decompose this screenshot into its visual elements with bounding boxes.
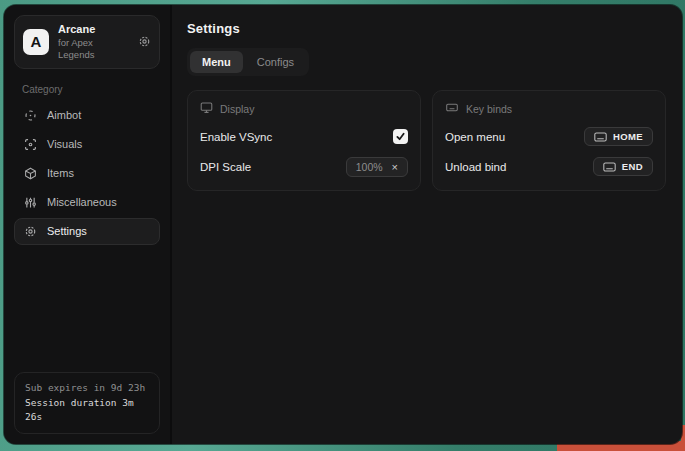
package-icon	[23, 167, 37, 180]
keybinds-card-header: Key binds	[445, 101, 653, 116]
keyboard-icon	[445, 101, 459, 116]
dpi-row: DPI Scale 100% ×	[200, 157, 408, 177]
dpi-value: 100%	[356, 161, 383, 173]
keybind-value: HOME	[613, 131, 643, 142]
keybinds-card-title: Key binds	[466, 103, 512, 115]
vsync-row: Enable VSync	[200, 127, 408, 146]
tab-configs[interactable]: Configs	[245, 51, 306, 73]
app-brand-text: Arcane for Apex Legends	[58, 23, 129, 61]
keyboard-icon	[594, 132, 607, 142]
checkmark-icon	[396, 132, 405, 141]
tab-menu[interactable]: Menu	[190, 51, 243, 73]
sliders-icon	[23, 196, 37, 209]
app-subtitle: for Apex Legends	[58, 37, 129, 61]
unload-bind-row: Unload bind END	[445, 157, 653, 176]
dpi-scale-input[interactable]: 100% ×	[346, 157, 408, 177]
keyboard-icon	[603, 162, 616, 172]
desktop: { "app": { "name": "Arcane", "subtitle":…	[0, 0, 685, 451]
keybind-value: END	[622, 161, 643, 172]
sidebar-item-visuals[interactable]: Visuals	[14, 131, 160, 158]
scan-eye-icon	[23, 138, 37, 151]
sidebar-item-label: Items	[47, 167, 74, 179]
crosshair-icon	[23, 109, 37, 122]
open-menu-label: Open menu	[445, 131, 505, 143]
unload-bind-keybind[interactable]: END	[593, 157, 653, 176]
vsync-checkbox[interactable]	[393, 129, 408, 144]
app-logo: A	[23, 29, 49, 55]
arcane-menu-window: A Arcane for Apex Legends Category	[4, 5, 682, 444]
sidebar-item-label: Miscellaneous	[47, 196, 117, 208]
vsync-label: Enable VSync	[200, 131, 272, 143]
clear-icon[interactable]: ×	[392, 162, 398, 173]
app-brand-card: A Arcane for Apex Legends	[14, 15, 160, 69]
settings-tabbar: Menu Configs	[187, 48, 309, 76]
sidebar-item-label: Settings	[47, 225, 87, 237]
sidebar: A Arcane for Apex Legends Category	[4, 5, 172, 444]
page-title: Settings	[187, 21, 667, 36]
dpi-label: DPI Scale	[200, 161, 251, 173]
main-panel: Settings Menu Configs Display Enable VSy…	[172, 5, 682, 444]
category-label: Category	[22, 84, 160, 95]
sidebar-item-miscellaneous[interactable]: Miscellaneous	[14, 189, 160, 216]
session-duration-text: Session duration 3m 26s	[25, 396, 149, 425]
sidebar-item-aimbot[interactable]: Aimbot	[14, 102, 160, 129]
display-card-title: Display	[220, 103, 254, 115]
gear-icon[interactable]	[138, 35, 151, 48]
settings-cards: Display Enable VSync DPI Scale 100% ×	[187, 90, 667, 191]
app-name: Arcane	[58, 23, 129, 37]
unload-bind-label: Unload bind	[445, 161, 506, 173]
sidebar-item-items[interactable]: Items	[14, 160, 160, 187]
gear-icon	[23, 225, 37, 238]
display-card-header: Display	[200, 101, 408, 116]
monitor-icon	[200, 101, 213, 116]
open-menu-keybind[interactable]: HOME	[584, 127, 653, 146]
display-card: Display Enable VSync DPI Scale 100% ×	[187, 90, 421, 191]
sidebar-item-settings[interactable]: Settings	[14, 218, 160, 245]
sidebar-item-label: Visuals	[47, 138, 82, 150]
sidebar-item-label: Aimbot	[47, 109, 81, 121]
sidebar-nav: Aimbot Visuals Items	[14, 102, 160, 245]
open-menu-row: Open menu HOME	[445, 127, 653, 146]
keybinds-card: Key binds Open menu HOME Unload bind	[432, 90, 666, 191]
sub-expiry-text: Sub expires in 9d 23h	[25, 381, 149, 396]
subscription-info-box: Sub expires in 9d 23h Session duration 3…	[14, 372, 160, 434]
